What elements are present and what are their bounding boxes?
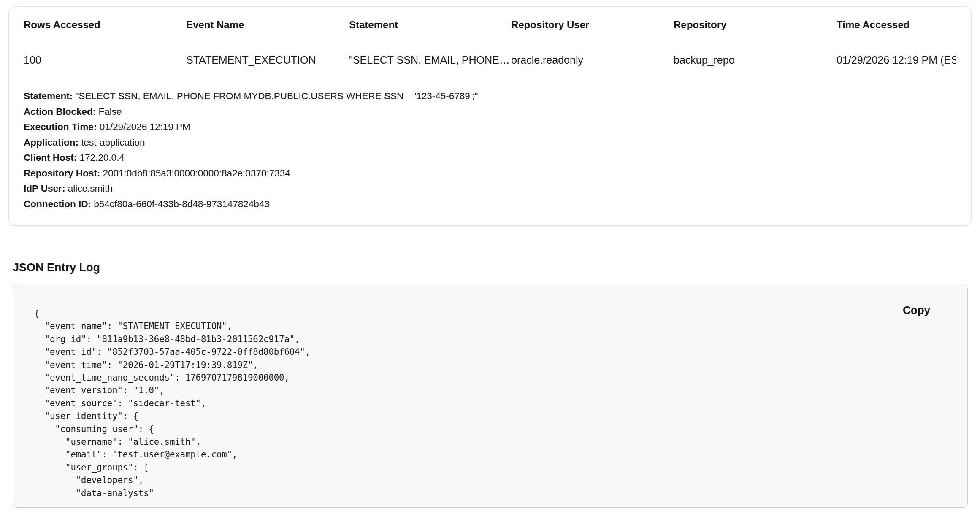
detail-client-host: Client Host: 172.20.0.4: [24, 150, 956, 166]
event-detail-card: Rows Accessed Event Name Statement Repos…: [8, 6, 972, 226]
column-header-statement: Statement: [349, 19, 511, 31]
detail-application: Application: test-application: [24, 135, 956, 151]
cell-time-accessed: 01/29/2026 12:19 PM (EST): [837, 54, 956, 66]
detail-idp-user-label: IdP User:: [24, 183, 65, 194]
detail-repository-host-label: Repository Host:: [24, 168, 100, 178]
detail-execution-time-label: Execution Time:: [24, 122, 97, 132]
detail-repository-host-value: 2001:0db8:85a3:0000:0000:8a2e:0370:7334: [100, 168, 290, 178]
detail-application-value: test-application: [79, 137, 145, 148]
json-log-heading: JSON Entry Log: [13, 261, 100, 274]
cell-statement: "SELECT SSN, EMAIL, PHONE…: [349, 54, 511, 66]
detail-connection-id-label: Connection ID:: [24, 199, 91, 209]
detail-statement-label: Statement:: [24, 91, 73, 101]
detail-statement: Statement: "SELECT SSN, EMAIL, PHONE FRO…: [24, 89, 956, 104]
detail-client-host-value: 172.20.0.4: [77, 152, 125, 163]
cell-rows-accessed: 100: [24, 54, 186, 66]
detail-action-blocked-label: Action Blocked:: [24, 106, 96, 117]
cell-repository-user: oracle.readonly: [511, 54, 674, 66]
detail-connection-id: Connection ID: b54cf80a-660f-433b-8d48-9…: [24, 197, 956, 212]
detail-client-host-label: Client Host:: [24, 152, 77, 163]
detail-execution-time: Execution Time: 01/29/2026 12:19 PM: [24, 119, 956, 135]
cell-repository: backup_repo: [674, 54, 837, 66]
json-log-content: { "event_name": "STATEMENT_EXECUTION", "…: [13, 285, 967, 500]
table-header-row: Rows Accessed Event Name Statement Repos…: [9, 7, 971, 43]
detail-action-blocked: Action Blocked: False: [24, 104, 956, 120]
detail-action-blocked-value: False: [96, 106, 122, 117]
detail-idp-user: IdP User: alice.smith: [24, 181, 956, 197]
json-log-panel: Copy { "event_name": "STATEMENT_EXECUTIO…: [13, 285, 968, 508]
detail-execution-time-value: 01/29/2026 12:19 PM: [97, 122, 190, 132]
detail-connection-id-value: b54cf80a-660f-433b-8d48-973147824b43: [91, 199, 270, 209]
column-header-repository: Repository: [674, 19, 837, 31]
column-header-rows-accessed: Rows Accessed: [24, 19, 186, 31]
column-header-event-name: Event Name: [186, 19, 349, 31]
cell-event-name: STATEMENT_EXECUTION: [186, 54, 349, 66]
detail-idp-user-value: alice.smith: [65, 183, 113, 194]
column-header-time-accessed: Time Accessed: [837, 19, 956, 31]
detail-repository-host: Repository Host: 2001:0db8:85a3:0000:000…: [24, 166, 956, 181]
column-header-repository-user: Repository User: [511, 19, 674, 31]
detail-statement-value: "SELECT SSN, EMAIL, PHONE FROM MYDB.PUBL…: [73, 91, 478, 101]
copy-button[interactable]: Copy: [903, 304, 930, 317]
detail-application-label: Application:: [24, 137, 79, 148]
event-detail-section: Statement: "SELECT SSN, EMAIL, PHONE FRO…: [9, 77, 971, 225]
table-row[interactable]: 100 STATEMENT_EXECUTION "SELECT SSN, EMA…: [9, 43, 971, 77]
